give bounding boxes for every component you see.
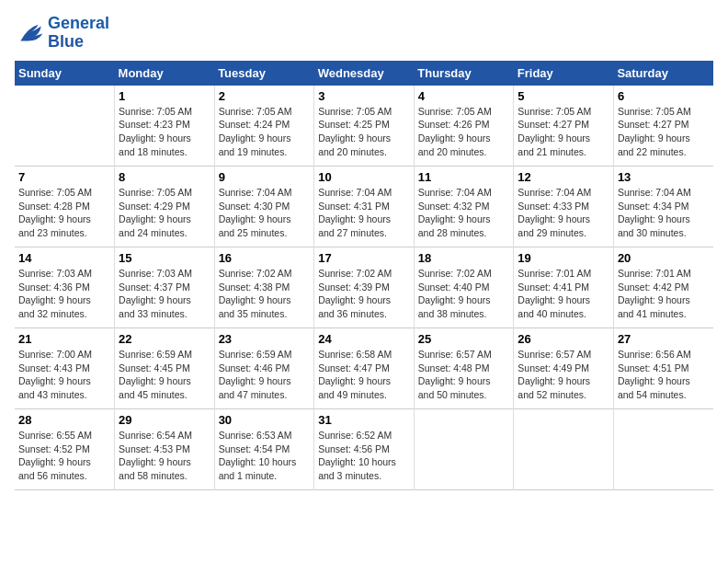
- calendar-cell: [15, 86, 115, 167]
- day-number: 28: [18, 413, 110, 427]
- day-number: 24: [318, 332, 410, 346]
- calendar-cell: 20Sunrise: 7:01 AM Sunset: 4:42 PM Dayli…: [613, 247, 713, 328]
- day-number: 11: [418, 170, 510, 184]
- calendar-cell: 27Sunrise: 6:56 AM Sunset: 4:51 PM Dayli…: [613, 328, 713, 409]
- day-info: Sunrise: 7:03 AM Sunset: 4:37 PM Dayligh…: [119, 267, 210, 321]
- day-number: 6: [618, 89, 710, 103]
- day-info: Sunrise: 7:04 AM Sunset: 4:34 PM Dayligh…: [618, 186, 710, 240]
- header-sunday: Sunday: [15, 61, 115, 86]
- day-info: Sunrise: 7:00 AM Sunset: 4:43 PM Dayligh…: [18, 348, 110, 402]
- week-row-2: 7Sunrise: 7:05 AM Sunset: 4:28 PM Daylig…: [15, 167, 713, 247]
- calendar-cell: 8Sunrise: 7:05 AM Sunset: 4:29 PM Daylig…: [115, 167, 215, 247]
- calendar-cell: 10Sunrise: 7:04 AM Sunset: 4:31 PM Dayli…: [314, 167, 415, 247]
- calendar-cell: 15Sunrise: 7:03 AM Sunset: 4:37 PM Dayli…: [115, 247, 215, 328]
- day-number: 31: [318, 413, 410, 427]
- day-number: 4: [418, 89, 510, 103]
- day-number: 3: [318, 89, 410, 103]
- day-info: Sunrise: 7:05 AM Sunset: 4:24 PM Dayligh…: [219, 105, 311, 159]
- calendar-cell: 29Sunrise: 6:54 AM Sunset: 4:53 PM Dayli…: [115, 409, 215, 490]
- calendar-cell: 21Sunrise: 7:00 AM Sunset: 4:43 PM Dayli…: [15, 328, 115, 409]
- day-info: Sunrise: 7:02 AM Sunset: 4:40 PM Dayligh…: [418, 267, 510, 321]
- calendar-cell: 25Sunrise: 6:57 AM Sunset: 4:48 PM Dayli…: [414, 328, 514, 409]
- day-info: Sunrise: 6:52 AM Sunset: 4:56 PM Dayligh…: [318, 429, 410, 483]
- day-info: Sunrise: 7:04 AM Sunset: 4:33 PM Dayligh…: [518, 186, 609, 240]
- day-number: 25: [418, 332, 510, 346]
- day-info: Sunrise: 7:02 AM Sunset: 4:39 PM Dayligh…: [318, 267, 410, 321]
- calendar-cell: 2Sunrise: 7:05 AM Sunset: 4:24 PM Daylig…: [214, 86, 314, 167]
- day-number: 10: [318, 170, 410, 184]
- day-info: Sunrise: 6:56 AM Sunset: 4:51 PM Dayligh…: [618, 348, 710, 402]
- calendar-cell: 31Sunrise: 6:52 AM Sunset: 4:56 PM Dayli…: [314, 409, 415, 490]
- week-row-5: 28Sunrise: 6:55 AM Sunset: 4:52 PM Dayli…: [15, 409, 713, 490]
- calendar-cell: 4Sunrise: 7:05 AM Sunset: 4:26 PM Daylig…: [414, 86, 514, 167]
- calendar-cell: 3Sunrise: 7:05 AM Sunset: 4:25 PM Daylig…: [314, 86, 415, 167]
- day-info: Sunrise: 7:05 AM Sunset: 4:25 PM Dayligh…: [318, 105, 410, 159]
- day-info: Sunrise: 6:59 AM Sunset: 4:45 PM Dayligh…: [119, 348, 210, 402]
- day-info: Sunrise: 7:05 AM Sunset: 4:27 PM Dayligh…: [518, 105, 609, 159]
- calendar-cell: 5Sunrise: 7:05 AM Sunset: 4:27 PM Daylig…: [514, 86, 614, 167]
- day-number: 14: [18, 251, 110, 265]
- calendar-cell: 28Sunrise: 6:55 AM Sunset: 4:52 PM Dayli…: [15, 409, 115, 490]
- day-info: Sunrise: 6:59 AM Sunset: 4:46 PM Dayligh…: [219, 348, 311, 402]
- day-number: 16: [219, 251, 311, 265]
- header-friday: Friday: [514, 61, 614, 86]
- day-info: Sunrise: 7:05 AM Sunset: 4:27 PM Dayligh…: [618, 105, 710, 159]
- day-info: Sunrise: 7:05 AM Sunset: 4:28 PM Dayligh…: [18, 186, 110, 240]
- header-thursday: Thursday: [414, 61, 514, 86]
- day-number: 17: [318, 251, 410, 265]
- day-number: 27: [618, 332, 710, 346]
- day-number: 5: [518, 89, 609, 103]
- day-number: 29: [119, 413, 210, 427]
- calendar-cell: 1Sunrise: 7:05 AM Sunset: 4:23 PM Daylig…: [115, 86, 215, 167]
- header-saturday: Saturday: [613, 61, 713, 86]
- calendar-cell: 16Sunrise: 7:02 AM Sunset: 4:38 PM Dayli…: [214, 247, 314, 328]
- calendar-cell: 9Sunrise: 7:04 AM Sunset: 4:30 PM Daylig…: [214, 167, 314, 247]
- calendar-cell: 30Sunrise: 6:53 AM Sunset: 4:54 PM Dayli…: [214, 409, 314, 490]
- calendar-cell: 13Sunrise: 7:04 AM Sunset: 4:34 PM Dayli…: [613, 167, 713, 247]
- logo: General Blue: [15, 15, 109, 52]
- header-wednesday: Wednesday: [314, 61, 415, 86]
- day-number: 7: [18, 170, 110, 184]
- calendar-cell: 11Sunrise: 7:04 AM Sunset: 4:32 PM Dayli…: [414, 167, 514, 247]
- week-row-1: 1Sunrise: 7:05 AM Sunset: 4:23 PM Daylig…: [15, 86, 713, 167]
- day-info: Sunrise: 7:01 AM Sunset: 4:42 PM Dayligh…: [618, 267, 710, 321]
- calendar-cell: 14Sunrise: 7:03 AM Sunset: 4:36 PM Dayli…: [15, 247, 115, 328]
- calendar-cell: 24Sunrise: 6:58 AM Sunset: 4:47 PM Dayli…: [314, 328, 415, 409]
- day-number: 18: [418, 251, 510, 265]
- day-number: 26: [518, 332, 609, 346]
- day-info: Sunrise: 7:02 AM Sunset: 4:38 PM Dayligh…: [219, 267, 311, 321]
- day-info: Sunrise: 6:54 AM Sunset: 4:53 PM Dayligh…: [119, 429, 210, 483]
- day-number: 1: [119, 89, 210, 103]
- day-number: 2: [219, 89, 311, 103]
- calendar-table: SundayMondayTuesdayWednesdayThursdayFrid…: [15, 61, 713, 491]
- calendar-cell: [414, 409, 514, 490]
- day-number: 23: [219, 332, 311, 346]
- calendar-cell: 18Sunrise: 7:02 AM Sunset: 4:40 PM Dayli…: [414, 247, 514, 328]
- calendar-cell: 17Sunrise: 7:02 AM Sunset: 4:39 PM Dayli…: [314, 247, 415, 328]
- day-info: Sunrise: 7:05 AM Sunset: 4:23 PM Dayligh…: [119, 105, 210, 159]
- calendar-cell: [613, 409, 713, 490]
- header-monday: Monday: [115, 61, 215, 86]
- calendar-cell: 22Sunrise: 6:59 AM Sunset: 4:45 PM Dayli…: [115, 328, 215, 409]
- day-info: Sunrise: 6:57 AM Sunset: 4:48 PM Dayligh…: [418, 348, 510, 402]
- calendar-cell: [514, 409, 614, 490]
- day-number: 13: [618, 170, 710, 184]
- day-number: 12: [518, 170, 609, 184]
- day-info: Sunrise: 7:04 AM Sunset: 4:30 PM Dayligh…: [219, 186, 311, 240]
- day-number: 9: [219, 170, 311, 184]
- day-number: 22: [119, 332, 210, 346]
- calendar-cell: 26Sunrise: 6:57 AM Sunset: 4:49 PM Dayli…: [514, 328, 614, 409]
- day-info: Sunrise: 6:53 AM Sunset: 4:54 PM Dayligh…: [219, 429, 311, 483]
- day-number: 20: [618, 251, 710, 265]
- day-number: 15: [119, 251, 210, 265]
- calendar-cell: 23Sunrise: 6:59 AM Sunset: 4:46 PM Dayli…: [214, 328, 314, 409]
- calendar-cell: 19Sunrise: 7:01 AM Sunset: 4:41 PM Dayli…: [514, 247, 614, 328]
- day-info: Sunrise: 6:57 AM Sunset: 4:49 PM Dayligh…: [518, 348, 609, 402]
- day-info: Sunrise: 7:05 AM Sunset: 4:26 PM Dayligh…: [418, 105, 510, 159]
- day-number: 30: [219, 413, 311, 427]
- day-info: Sunrise: 7:03 AM Sunset: 4:36 PM Dayligh…: [18, 267, 110, 321]
- logo-text: General Blue: [48, 15, 109, 52]
- calendar-cell: 12Sunrise: 7:04 AM Sunset: 4:33 PM Dayli…: [514, 167, 614, 247]
- page-header: General Blue: [15, 15, 713, 52]
- header-tuesday: Tuesday: [214, 61, 314, 86]
